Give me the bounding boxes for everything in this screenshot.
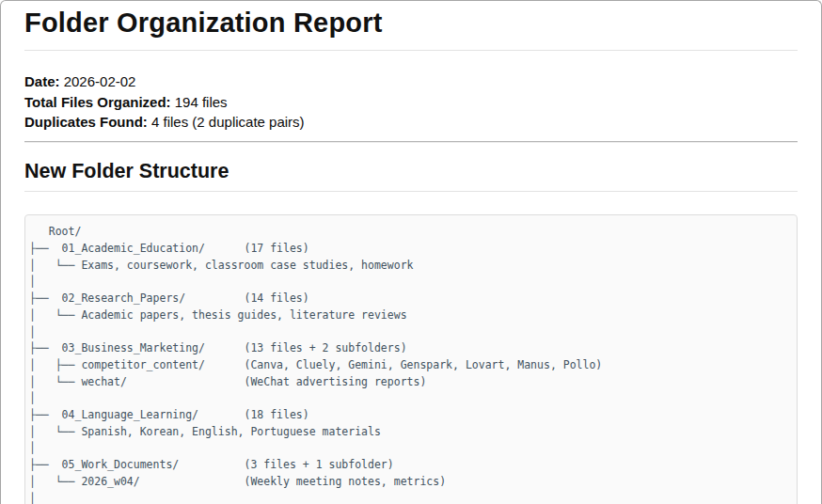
meta-date: Date: 2026-02-02 (24, 71, 798, 92)
meta-date-label: Date: (24, 73, 60, 89)
meta-total-files-label: Total Files Organized: (24, 94, 171, 110)
section-divider (24, 141, 798, 143)
meta-duplicates-label: Duplicates Found: (24, 114, 148, 130)
meta-total-files: Total Files Organized: 194 files (24, 92, 798, 113)
meta-duplicates-value: 4 files (2 duplicate pairs) (151, 114, 305, 130)
meta-total-files-value: 194 files (175, 94, 228, 110)
meta-date-value: 2026-02-02 (64, 73, 136, 89)
page-title: Folder Organization Report (24, 9, 798, 51)
report-meta: Date: 2026-02-02 Total Files Organized: … (24, 71, 798, 133)
report-page: Folder Organization Report Date: 2026-02… (0, 0, 822, 504)
section-title-new-folder-structure: New Folder Structure (24, 160, 798, 193)
folder-tree-code-block: Root/ ├── 01_Academic_Education/ (17 fil… (24, 214, 798, 504)
folder-tree: Root/ ├── 01_Academic_Education/ (17 fil… (29, 225, 602, 504)
meta-duplicates: Duplicates Found: 4 files (2 duplicate p… (24, 112, 798, 133)
